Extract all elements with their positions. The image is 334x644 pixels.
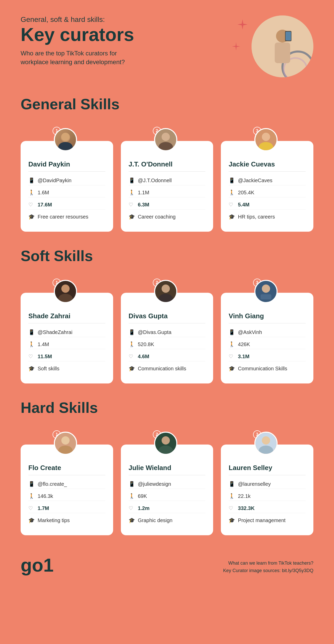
card-followers-david: 🚶 1.6M: [28, 188, 105, 197]
avatar-divas: [154, 280, 177, 303]
cap-icon-vinh: 🎓: [229, 365, 235, 372]
likes-text-julie: 1.2m: [138, 505, 150, 511]
card-divider-lauren: [229, 475, 306, 475]
likes-text-vinh: 3.1M: [238, 354, 249, 359]
cap-icon-flo: 🎓: [28, 517, 35, 523]
card-followers-flo: 🚶 146.3k: [28, 491, 105, 501]
svg-point-9: [61, 133, 70, 141]
heart-icon: ♡: [28, 202, 35, 208]
footer-text: What can we learn from TikTok teachers? …: [223, 559, 313, 574]
followers-text-vinh: 426K: [238, 341, 250, 347]
svg-point-14: [262, 133, 270, 141]
sparkle-icon-2: [231, 41, 241, 53]
likes-text-jackie: 5.4M: [238, 202, 249, 208]
person-icon-flo: 🚶: [28, 493, 35, 499]
likes-text-david: 17.6M: [38, 202, 52, 208]
card-julie-wieland: 2 Julie Wieland 📱 @juliew: [121, 445, 213, 535]
card-topic-lauren: 🎓 Project management: [229, 516, 306, 525]
cap-icon-julie: 🎓: [129, 517, 135, 523]
cap-icon-lauren: 🎓: [229, 517, 235, 523]
card-likes-jt: ♡ 6.3M: [129, 200, 206, 210]
header-image-area: [231, 15, 313, 82]
followers-text-shade: 1.4M: [38, 341, 49, 347]
card-followers-jackie: 🚶 205.4K: [229, 188, 306, 197]
footer-line1: What can we learn from TikTok teachers?: [223, 559, 313, 567]
card-handle-lauren: 📱 @laurenselley: [229, 479, 306, 489]
followers-text-divas: 520.8K: [138, 341, 154, 347]
handle-text-shade: @ShadeZahrai: [38, 329, 72, 335]
avatar-lauren: [254, 432, 278, 455]
avatar-julie: [154, 432, 177, 455]
phone-icon-lauren: 📱: [229, 481, 235, 487]
heart-icon-divas: ♡: [129, 353, 135, 359]
hard-cards-container: 1 Flo Create 📱 @flo.creat: [21, 429, 313, 535]
avatar-shade-wrapper: 1: [54, 280, 80, 306]
handle-text-david: @DavidPaykin: [38, 178, 71, 183]
avatar-divas-wrapper: 2: [154, 280, 180, 306]
card-vinh-giang: 3 Vinh Giang 📱 @AskVinh: [221, 293, 313, 383]
card-followers-lauren: 🚶 22.1k: [229, 491, 306, 501]
card-jt-odonnell: 2 J.T. O'Donnell 📱 @J.T.O: [121, 141, 213, 232]
card-name-julie: Julie Wieland: [129, 464, 206, 472]
card-name-shade: Shade Zahrai: [28, 312, 105, 320]
svg-point-17: [61, 285, 70, 293]
followers-text-jackie: 205.4K: [238, 190, 254, 196]
header-section: General, soft & hard skills: Key curator…: [21, 15, 313, 82]
person-icon-lauren: 🚶: [229, 493, 235, 499]
avatar-vinh-wrapper: 3: [254, 280, 280, 306]
card-handle-julie: 📱 @juliewdesign: [129, 479, 206, 489]
heart-icon-vinh: ♡: [229, 353, 235, 359]
footer: go1 What can we learn from TikTok teache…: [21, 551, 313, 574]
avatar-david: [54, 128, 77, 151]
topic-text-divas: Communication skills: [138, 366, 186, 372]
svg-point-8: [58, 142, 73, 150]
card-followers-jt: 🚶 1.1M: [129, 188, 206, 197]
card-topic-vinh: 🎓 Communication Skills: [229, 364, 306, 373]
heart-icon-flo: ♡: [28, 505, 35, 511]
card-divider-flo: [28, 475, 105, 475]
card-name-flo: Flo Create: [28, 464, 105, 472]
topic-text-lauren: Project management: [238, 517, 286, 523]
person-icon-jackie: 🚶: [229, 189, 235, 196]
followers-text-david: 1.6M: [38, 190, 49, 196]
card-name-divas: Divas Gupta: [129, 312, 206, 320]
card-topic-jt: 🎓 Career coaching: [129, 212, 206, 221]
sparkle-icon-1: [236, 18, 249, 32]
general-skills-section: General Skills 1 D: [21, 95, 313, 232]
card-divider-vinh: [229, 323, 306, 323]
card-name-lauren: Lauren Selley: [229, 464, 306, 472]
heart-icon-jackie: ♡: [229, 202, 235, 208]
cap-icon: 🎓: [28, 214, 35, 220]
phone-icon-divas: 📱: [129, 329, 135, 335]
avatar-flo: [54, 432, 77, 455]
handle-text-lauren: @laurenselley: [238, 481, 271, 487]
card-divas-gupta: 2 Divas Gupta 📱 @Divas.Gu: [121, 293, 213, 383]
card-name-david: David Paykin: [28, 160, 105, 168]
phone-icon-flo: 📱: [28, 481, 35, 487]
topic-text-jackie: HR tips, careers: [238, 214, 275, 220]
card-divider-jackie: [229, 171, 306, 172]
general-cards-container: 1 David Paykin 📱 @DavidPa: [21, 126, 313, 232]
person-icon-shade: 🚶: [28, 341, 35, 347]
likes-text-lauren: 332.3K: [238, 505, 255, 511]
svg-point-29: [162, 436, 170, 445]
card-likes-jackie: ♡ 5.4M: [229, 200, 306, 210]
topic-text-jt: Career coaching: [138, 214, 176, 220]
soft-cards-container: 1 Shade Zahrai 📱 @ShadeZa: [21, 277, 313, 383]
card-lauren-selley: 3 Lauren Selley 📱 @lauren: [221, 445, 313, 535]
card-likes-julie: ♡ 1.2m: [129, 504, 206, 513]
svg-point-32: [262, 436, 270, 445]
svg-rect-24: [261, 294, 271, 299]
heart-icon-julie: ♡: [129, 505, 135, 511]
avatar-jackie-wrapper: 3: [254, 128, 280, 154]
phone-icon: 📱: [28, 177, 35, 183]
card-name-vinh: Vinh Giang: [229, 312, 306, 320]
hard-skills-section: Hard Skills 1 Flo: [21, 399, 313, 535]
topic-text-shade: Soft skills: [38, 366, 59, 372]
person-icon-julie: 🚶: [129, 493, 135, 499]
card-topic-jackie: 🎓 HR tips, careers: [229, 212, 306, 221]
handle-text-jackie: @JackieCaves: [238, 178, 272, 183]
card-followers-vinh: 🚶 426K: [229, 340, 306, 349]
person-icon-jt: 🚶: [129, 189, 135, 196]
svg-rect-4: [275, 43, 290, 63]
